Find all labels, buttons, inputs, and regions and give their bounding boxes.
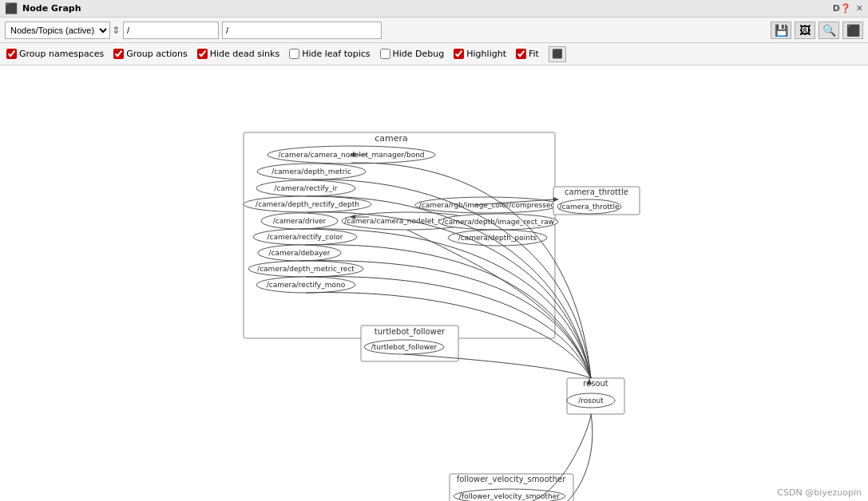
node-depth-metric-rect-label: /camera/depth_metric_rect	[257, 265, 355, 273]
highlight-label: Highlight	[466, 49, 506, 59]
node-rectify-color-label: /camera/rectify_color	[267, 233, 343, 241]
watermark-text: CSDN @biyezuopin	[777, 487, 862, 498]
node-depth-points-label: /camera/depth_points	[458, 234, 537, 242]
node-depth-rect-raw-label: /camera/depth/image_rect_raw	[442, 218, 554, 226]
hide-debug-checkbox[interactable]	[380, 49, 390, 59]
filter1-input[interactable]	[123, 22, 219, 39]
node-type-select[interactable]: Nodes/Topics (active) Nodes only Topics …	[5, 22, 110, 39]
turtlebot-follower-group-label: turtlebot_follower	[375, 327, 446, 337]
filter2-input[interactable]	[222, 22, 382, 39]
fit-checkbox[interactable]	[516, 49, 526, 59]
zoom-button[interactable]: 🔍	[818, 22, 839, 39]
node-selector: Nodes/Topics (active) Nodes only Topics …	[5, 22, 120, 39]
fit-icon-button[interactable]: ⬛	[549, 46, 566, 62]
node-debayer-label: /camera/debayer	[268, 249, 330, 257]
hide-dead-sinks-option[interactable]: Hide dead sinks	[197, 49, 279, 59]
window-title: Node Graph	[22, 3, 81, 14]
group-actions-checkbox[interactable]	[113, 49, 124, 59]
options-bar: Group namespaces Group actions Hide dead…	[0, 43, 868, 65]
watermark: CSDN @biyezuopin	[777, 487, 862, 498]
highlight-option[interactable]: Highlight	[454, 49, 506, 59]
fit-option[interactable]: Fit	[516, 49, 539, 59]
node-depth-rectify-label: /camera/depth_rectify_depth	[256, 200, 359, 208]
hide-leaf-topics-label: Hide leaf topics	[302, 49, 370, 59]
group-namespaces-option[interactable]: Group namespaces	[6, 49, 104, 59]
rosout-group-label: rosout	[583, 379, 608, 388]
selector-arrows: ⇕	[112, 25, 120, 36]
hide-leaf-topics-option[interactable]: Hide leaf topics	[289, 49, 370, 59]
settings-button[interactable]: ⬛	[842, 22, 863, 39]
hide-dead-sinks-label: Hide dead sinks	[210, 49, 279, 59]
node-rgb-compressed-label: /camera/rgb/image_color/compressed	[419, 201, 555, 209]
title-icon: ⬛	[5, 2, 18, 14]
node-camera-throttle-label: /camera_throttle	[560, 203, 620, 211]
velocity-smoother-group-label: follower_velocity_smoother	[457, 475, 566, 484]
hide-leaf-topics-checkbox[interactable]	[289, 49, 299, 59]
hide-dead-sinks-checkbox[interactable]	[197, 49, 208, 59]
screenshot-button[interactable]: 🖼	[795, 22, 815, 39]
group-actions-label: Group actions	[126, 49, 188, 59]
hide-debug-option[interactable]: Hide Debug	[380, 49, 445, 59]
group-namespaces-checkbox[interactable]	[6, 49, 17, 59]
camera-group-label: camera	[375, 133, 408, 144]
node-turtlebot-follower-label: /turtlebot_follower	[371, 343, 438, 351]
node-graph-svg: camera /camera/camera_nodelet_manager/bo…	[0, 65, 868, 501]
title-bar: ⬛ Node Graph D❓ ✕	[0, 0, 868, 18]
node-rectify-mono-label: /camera/rectify_mono	[267, 281, 346, 289]
node-rectify-ir-label: /camera/rectify_ir	[274, 184, 337, 192]
camera-throttle-group-label: camera_throttle	[565, 187, 628, 197]
group-namespaces-label: Group namespaces	[19, 49, 104, 59]
help-button[interactable]: D❓	[833, 3, 851, 14]
graph-area[interactable]: camera /camera/camera_nodelet_manager/bo…	[0, 65, 868, 501]
group-actions-option[interactable]: Group actions	[113, 49, 188, 59]
node-velocity-smoother-label: /follower_velocity_smoother	[459, 492, 560, 500]
save-button[interactable]: 💾	[771, 22, 791, 39]
node-driver-label: /camera/driver	[273, 217, 327, 225]
toolbar: Nodes/Topics (active) Nodes only Topics …	[0, 18, 868, 43]
hide-debug-label: Hide Debug	[393, 49, 445, 59]
node-rosout-label: /rosout	[578, 396, 604, 404]
node-depth-metric-label: /camera/depth_metric	[271, 168, 351, 176]
highlight-checkbox[interactable]	[454, 49, 464, 59]
close-button[interactable]: ✕	[856, 3, 863, 14]
toolbar-icons: 💾 🖼 🔍 ⬛	[771, 22, 863, 39]
fit-label: Fit	[529, 49, 539, 59]
